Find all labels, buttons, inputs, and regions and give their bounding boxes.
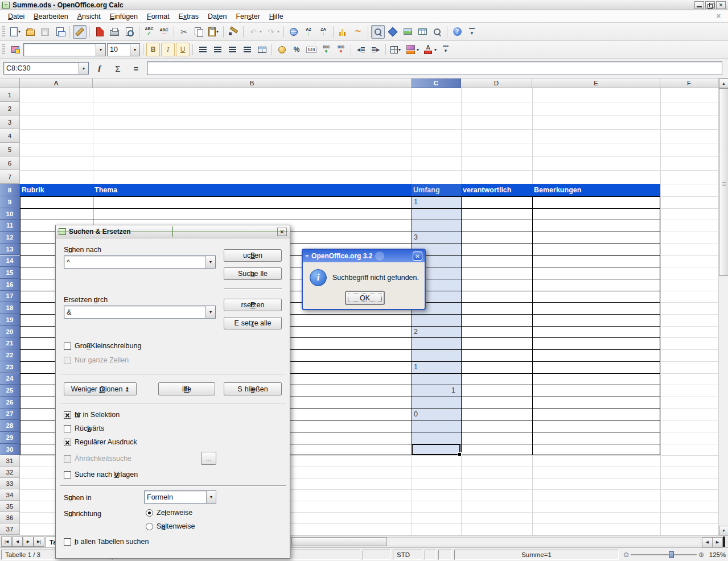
- cell-C25[interactable]: 1: [412, 385, 457, 397]
- zoom-slider[interactable]: ⊖ ⊕: [622, 550, 706, 560]
- row-header-22[interactable]: 22: [0, 349, 20, 361]
- radio-circle[interactable]: [146, 509, 153, 517]
- background-color[interactable]: ▾: [404, 43, 420, 56]
- font-color[interactable]: ▾: [421, 43, 438, 56]
- row-header-33[interactable]: 33: [0, 478, 20, 489]
- scroll-right-icon[interactable]: ▶: [712, 537, 723, 547]
- cell-C20[interactable]: 2: [412, 326, 457, 338]
- font-color-dropdown-icon[interactable]: ▾: [434, 47, 437, 52]
- row-header-15[interactable]: 15: [0, 267, 20, 279]
- row-header-5[interactable]: 5: [0, 143, 20, 156]
- zoom[interactable]: [430, 25, 444, 39]
- all-sheets-checkbox[interactable]: In allen Tabellen suchen: [64, 538, 149, 546]
- zoom-slider-thumb[interactable]: [669, 551, 674, 558]
- search-for-styles-checkbox[interactable]: Suche nach Vorlagen: [64, 471, 138, 478]
- sort-descending[interactable]: [316, 25, 330, 39]
- function-wizard-icon[interactable]: ƒ: [92, 61, 107, 75]
- vertical-scrollbar-thumb[interactable]: [719, 88, 728, 276]
- row-header-8[interactable]: 8: [0, 184, 20, 196]
- export-as-pdf[interactable]: [93, 25, 106, 39]
- number-format-percent[interactable]: [290, 43, 303, 56]
- row-header-30[interactable]: 30: [0, 444, 20, 456]
- cell-E8[interactable]: Bemerkungen: [534, 184, 660, 196]
- sum-icon[interactable]: Σ: [110, 61, 125, 75]
- cell-C23[interactable]: 1: [412, 361, 457, 373]
- new-document-dropdown-icon[interactable]: ▾: [18, 29, 20, 34]
- column-header-B[interactable]: B: [93, 79, 412, 88]
- replace-all-button[interactable]: Ersetze alle: [224, 317, 282, 329]
- search-in-dropdown-icon[interactable]: ▾: [206, 491, 216, 503]
- row-header-1[interactable]: 1: [0, 88, 20, 102]
- row-header-28[interactable]: 28: [0, 420, 20, 432]
- previous-sheet-button[interactable]: ◀: [12, 537, 23, 547]
- menu-fenster[interactable]: Fenster: [231, 11, 264, 22]
- search-in-combo[interactable]: Formeln ▾: [144, 490, 216, 504]
- row-header-21[interactable]: 21: [0, 337, 20, 349]
- find-and-replace[interactable]: [371, 25, 385, 39]
- replace-combo-dropdown-icon[interactable]: ▾: [205, 306, 215, 318]
- row-header-11[interactable]: 11: [0, 220, 20, 232]
- scroll-up-icon[interactable]: ▲: [719, 79, 728, 88]
- background-color-dropdown-icon[interactable]: ▾: [417, 47, 419, 52]
- borders[interactable]: ▾: [389, 43, 402, 56]
- row-header-35[interactable]: 35: [0, 501, 20, 512]
- minimize-button[interactable]: [694, 1, 704, 9]
- name-box[interactable]: C8:C30 ▾: [3, 62, 89, 75]
- auto-spellcheck[interactable]: [157, 25, 171, 39]
- name-box-dropdown-icon[interactable]: ▾: [79, 63, 88, 74]
- scroll-left-icon[interactable]: ◀: [702, 537, 713, 547]
- checkbox-box[interactable]: [64, 425, 71, 432]
- column-header-C[interactable]: C: [412, 79, 461, 88]
- align-center[interactable]: [211, 43, 224, 56]
- toolbar-grip-icon[interactable]: [2, 44, 5, 55]
- document-as-email[interactable]: [53, 25, 67, 39]
- spellcheck[interactable]: [142, 25, 156, 39]
- standard-toolbar-options[interactable]: [465, 25, 479, 39]
- checkbox-box[interactable]: [64, 439, 71, 446]
- print[interactable]: [108, 25, 121, 39]
- menu-datei[interactable]: Datei: [3, 11, 29, 22]
- copy[interactable]: [192, 25, 205, 39]
- more-options-button[interactable]: Weniger Optionen ▲▲: [64, 382, 137, 395]
- regular-expression-checkbox[interactable]: Regulärer Ausdruck: [64, 438, 137, 446]
- bold[interactable]: [146, 43, 160, 56]
- underline[interactable]: [176, 43, 190, 56]
- hyperlink[interactable]: [287, 25, 301, 39]
- row-header-37[interactable]: 37: [0, 523, 20, 535]
- row-header-7[interactable]: 7: [0, 170, 20, 184]
- align-right[interactable]: [225, 43, 239, 56]
- menu-hilfe[interactable]: Hilfe: [265, 11, 288, 22]
- align-left[interactable]: [196, 43, 209, 56]
- formatting-toolbar-options[interactable]: [439, 43, 453, 56]
- grid-corner[interactable]: [0, 79, 20, 88]
- scroll-down-icon[interactable]: ▼: [719, 526, 728, 535]
- rows-radio[interactable]: Zeilenweise: [146, 509, 192, 517]
- paste[interactable]: ▾: [207, 25, 220, 39]
- search-combo-dropdown-icon[interactable]: ▾: [205, 256, 215, 268]
- columns-radio[interactable]: Spaltenweise: [146, 522, 195, 530]
- ok-button[interactable]: OK: [346, 291, 384, 304]
- row-header-18[interactable]: 18: [0, 302, 20, 314]
- row-header-31[interactable]: 31: [0, 455, 20, 467]
- merge-cells[interactable]: [255, 43, 269, 56]
- gallery[interactable]: [401, 25, 414, 39]
- row-header-19[interactable]: 19: [0, 314, 20, 326]
- show-draw-functions[interactable]: [351, 25, 365, 39]
- row-header-16[interactable]: 16: [0, 279, 20, 291]
- match-case-checkbox[interactable]: Groß-/Kleinschreibung: [64, 342, 141, 350]
- row-header-4[interactable]: 4: [0, 129, 20, 143]
- edit-file[interactable]: [73, 25, 87, 39]
- row-header-27[interactable]: 27: [0, 409, 20, 420]
- column-header-E[interactable]: E: [532, 79, 660, 88]
- row-header-25[interactable]: 25: [0, 385, 20, 397]
- number-format-currency[interactable]: [275, 43, 289, 56]
- row-header-24[interactable]: 24: [0, 373, 20, 385]
- checkbox-box[interactable]: [64, 343, 71, 350]
- radio-circle[interactable]: [146, 523, 153, 530]
- checkbox-box[interactable]: [64, 538, 71, 546]
- checkbox-box[interactable]: [64, 411, 71, 419]
- font-name-combo[interactable]: ▾: [23, 43, 106, 56]
- font-size-dropdown-icon[interactable]: ▾: [130, 44, 139, 56]
- redo-dropdown-icon[interactable]: ▾: [277, 29, 279, 34]
- decrease-indent[interactable]: [354, 43, 368, 56]
